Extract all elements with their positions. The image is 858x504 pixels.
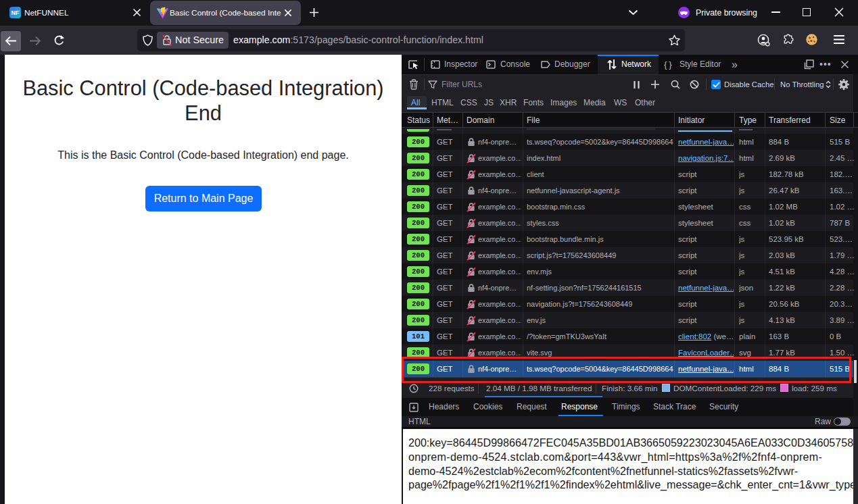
svg-text:NF: NF [11,9,20,16]
